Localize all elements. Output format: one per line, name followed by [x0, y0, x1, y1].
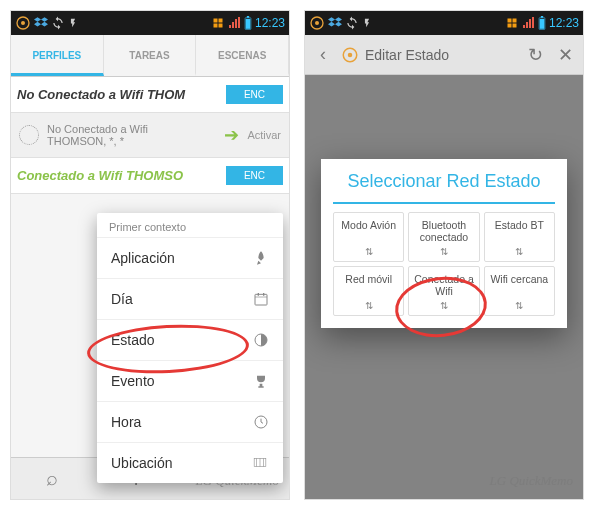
svg-rect-5 [255, 294, 267, 305]
toggle-icon: ⇅ [515, 246, 523, 257]
toggle-icon: ⇅ [515, 300, 523, 311]
select-network-state-dialog: Seleccionar Red Estado Modo Avión⇅ Bluet… [321, 159, 567, 328]
context-item-estado[interactable]: Estado [97, 319, 283, 360]
tabs: PERFILES TAREAS ESCENAS [11, 35, 289, 77]
profile1-sub-text: No Conectado a Wifi THOMSON, *, * [47, 123, 216, 147]
profile2-enc-toggle[interactable]: ENC [226, 166, 283, 185]
trophy-icon [253, 373, 269, 389]
svg-rect-3 [246, 19, 251, 29]
screen1-body: PERFILES TAREAS ESCENAS No Conectado a W… [11, 35, 289, 499]
toggle-icon: ⇅ [440, 246, 448, 257]
apps-icon [212, 17, 224, 29]
tab-perfiles[interactable]: PERFILES [11, 35, 104, 76]
status-bar: 12:23 [11, 11, 289, 35]
cell-bluetooth-conectado[interactable]: Bluetooth conectado⇅ [408, 212, 479, 262]
profile1-enc-toggle[interactable]: ENC [226, 85, 283, 104]
context-item-aplicacion[interactable]: Aplicación [97, 237, 283, 278]
status-bar: 12:23 [305, 11, 583, 35]
bolt-icon [68, 16, 78, 30]
clock-text: 12:23 [549, 16, 579, 30]
close-icon[interactable]: ✕ [553, 44, 577, 66]
tab-tareas[interactable]: TAREAS [104, 35, 197, 76]
cell-modo-avion[interactable]: Modo Avión⇅ [333, 212, 404, 262]
svg-rect-15 [540, 19, 545, 29]
signal-icon [521, 17, 535, 29]
calendar-icon [253, 291, 269, 307]
context-item-evento[interactable]: Evento [97, 360, 283, 401]
svg-point-1 [21, 21, 25, 25]
tasker-icon [309, 15, 325, 31]
dialog-title: Seleccionar Red Estado [333, 171, 555, 204]
sync-icon [345, 16, 359, 30]
phone-left: 12:23 PERFILES TAREAS ESCENAS No Conecta… [10, 10, 290, 500]
cell-conectado-wifi[interactable]: Conectado a Wifi⇅ [408, 266, 479, 316]
bolt-icon [362, 16, 372, 30]
state-icon [253, 332, 269, 348]
battery-icon [244, 16, 252, 30]
rocket-icon [253, 250, 269, 266]
profile1-action[interactable]: Activar [247, 129, 281, 141]
context-item-dia[interactable]: Día [97, 278, 283, 319]
svg-rect-4 [247, 16, 249, 18]
cell-red-movil[interactable]: Red móvil⇅ [333, 266, 404, 316]
refresh-icon[interactable]: ↻ [523, 44, 547, 66]
map-icon [251, 456, 269, 470]
toggle-icon: ⇅ [365, 246, 373, 257]
phone-right: 12:23 ‹ Editar Estado ↻ ✕ Seleccionar Re… [304, 10, 584, 500]
profile1-title: No Conectado a Wifi THOM [17, 87, 220, 102]
clock-icon [253, 414, 269, 430]
tab-escenas[interactable]: ESCENAS [196, 35, 289, 76]
actionbar-title: Editar Estado [365, 47, 517, 63]
cell-estado-bt[interactable]: Estado BT⇅ [484, 212, 555, 262]
cell-wifi-cercana[interactable]: Wifi cercana⇅ [484, 266, 555, 316]
toggle-icon: ⇅ [365, 300, 373, 311]
sync-icon [51, 16, 65, 30]
tasker-icon [15, 15, 31, 31]
svg-point-13 [315, 21, 319, 25]
tasker-small-icon [341, 46, 359, 64]
action-bar: ‹ Editar Estado ↻ ✕ [305, 35, 583, 75]
profile2-title: Conectado a Wifi THOMSO [17, 168, 220, 183]
profile-row-1[interactable]: No Conectado a Wifi THOM ENC [11, 77, 289, 113]
signal-icon [227, 17, 241, 29]
back-icon[interactable]: ‹ [311, 44, 335, 65]
battery-icon [538, 16, 546, 30]
context-item-hora[interactable]: Hora [97, 401, 283, 442]
clock-text: 12:23 [255, 16, 285, 30]
profile-row-2[interactable]: Conectado a Wifi THOMSO ENC [11, 158, 289, 194]
search-icon[interactable]: ⌕ [46, 467, 58, 490]
profile1-sub[interactable]: No Conectado a Wifi THOMSON, *, * ➔ Acti… [11, 113, 289, 158]
context-cog-icon [19, 125, 39, 145]
svg-rect-16 [541, 16, 543, 18]
context-menu-header: Primer contexto [97, 213, 283, 237]
apps-icon [506, 17, 518, 29]
screen2-body: ‹ Editar Estado ↻ ✕ Seleccionar Red Esta… [305, 35, 583, 499]
svg-point-18 [348, 52, 353, 57]
dropbox-icon [34, 16, 48, 30]
arrow-right-icon: ➔ [224, 124, 239, 146]
toggle-icon: ⇅ [440, 300, 448, 311]
dropbox-icon [328, 16, 342, 30]
context-item-ubicacion[interactable]: Ubicación [97, 442, 283, 483]
context-menu: Primer contexto Aplicación Día Estado Ev… [97, 213, 283, 483]
